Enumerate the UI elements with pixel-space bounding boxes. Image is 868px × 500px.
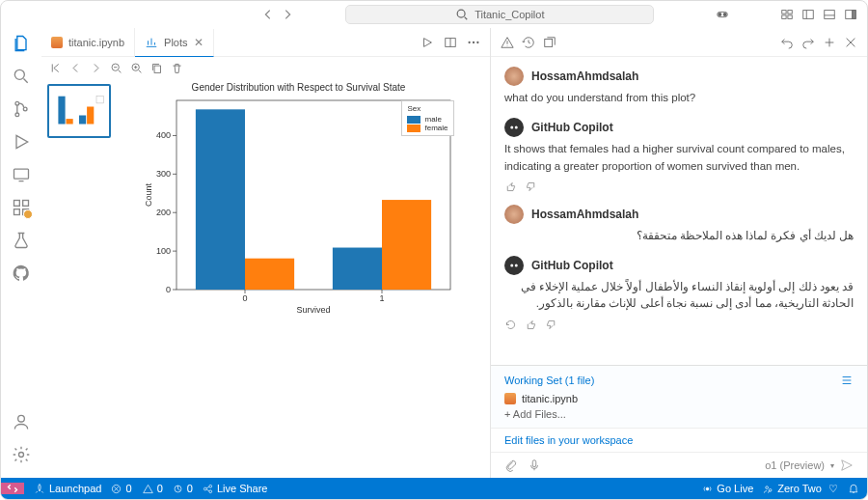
mic-icon[interactable]: [528, 458, 541, 472]
warning-triangle-icon[interactable]: [501, 36, 514, 49]
live-share-button[interactable]: Live Share: [203, 483, 268, 494]
send-icon[interactable]: [840, 458, 854, 472]
layout-customize-icon[interactable]: [780, 8, 794, 21]
tab-close-icon[interactable]: ✕: [194, 36, 203, 49]
next-icon[interactable]: [90, 62, 102, 74]
svg-rect-29: [154, 66, 161, 72]
list-icon[interactable]: [840, 374, 854, 387]
svg-rect-11: [853, 11, 856, 19]
bot-avatar: [504, 256, 524, 275]
delete-icon[interactable]: [171, 62, 183, 74]
panel-right-icon[interactable]: [844, 8, 857, 21]
first-icon[interactable]: [49, 62, 62, 74]
user-name: HossamAhmdsalah: [531, 208, 638, 221]
thumbs-up-icon[interactable]: [525, 319, 537, 331]
svg-text:300: 300: [155, 169, 170, 179]
add-files-button[interactable]: + Add Files...: [504, 408, 854, 420]
svg-rect-46: [195, 109, 244, 290]
history-icon[interactable]: [522, 36, 535, 49]
svg-point-1: [718, 13, 721, 16]
svg-point-14: [15, 113, 19, 117]
tab-plots[interactable]: Plots ✕: [135, 29, 213, 57]
remote-indicator[interactable]: [1, 483, 24, 494]
new-window-icon[interactable]: [543, 36, 556, 49]
zero-two-button[interactable]: Zero Two ♡: [763, 483, 838, 495]
legend-female: female: [424, 124, 448, 132]
nav-back-icon[interactable]: [261, 8, 275, 21]
notifications-icon[interactable]: [848, 483, 859, 494]
working-set-label: Working Set (1 file): [504, 375, 594, 386]
status-bar: Launchpad 0 0 0 Live Share Go Live Zero …: [1, 478, 867, 499]
plot-thumbnail[interactable]: [47, 84, 111, 138]
legend-title: Sex: [407, 104, 448, 113]
svg-text:Count: Count: [144, 183, 153, 208]
svg-rect-30: [58, 97, 65, 125]
svg-point-2: [722, 13, 726, 16]
svg-rect-5: [788, 11, 792, 14]
panel-left-icon[interactable]: [801, 8, 815, 21]
redo-icon[interactable]: [801, 36, 815, 49]
go-live-button[interactable]: Go Live: [702, 483, 753, 494]
launchpad-button[interactable]: Launchpad: [34, 483, 101, 494]
edit-prompt[interactable]: Edit files in your workspace: [491, 428, 867, 452]
thumbs-up-icon[interactable]: [504, 181, 517, 193]
editor-tabs: titanic.ipynb Plots ✕: [41, 28, 490, 57]
plots-toolbar: [41, 57, 490, 78]
svg-rect-56: [545, 39, 553, 46]
zoom-out-icon[interactable]: [110, 62, 122, 74]
account-icon[interactable]: [12, 412, 31, 431]
settings-gear-icon[interactable]: [12, 445, 31, 464]
copilot-panel: HossamAhmdsalah what do you understand f…: [491, 28, 867, 478]
svg-text:Survived: Survived: [296, 305, 330, 315]
command-center[interactable]: Titanic_Copilot: [345, 5, 654, 24]
prev-icon[interactable]: [69, 62, 82, 74]
github-icon[interactable]: [12, 264, 31, 283]
svg-rect-47: [245, 259, 294, 290]
title-bar: Titanic_Copilot: [1, 1, 867, 28]
new-chat-icon[interactable]: [823, 36, 836, 49]
svg-rect-34: [96, 97, 103, 103]
chart-legend: Sex male female: [401, 100, 453, 136]
svg-rect-31: [67, 119, 73, 124]
ports-indicator[interactable]: 0: [173, 483, 193, 494]
attach-icon[interactable]: [504, 458, 518, 472]
svg-point-21: [18, 415, 25, 422]
plot-thumbnails: [41, 78, 117, 478]
svg-point-66: [209, 489, 212, 492]
search-activity-icon[interactable]: [12, 67, 31, 86]
model-selector[interactable]: o1 (Preview) ▾: [765, 458, 854, 472]
thumbs-down-icon[interactable]: [525, 181, 537, 193]
svg-rect-8: [803, 11, 814, 19]
working-file[interactable]: titanic.ipynb: [504, 393, 854, 404]
more-icon[interactable]: [467, 36, 480, 49]
undo-icon[interactable]: [780, 36, 794, 49]
svg-text:0: 0: [242, 293, 247, 303]
errors-indicator[interactable]: 0 0: [111, 483, 162, 494]
source-control-icon[interactable]: [12, 99, 31, 119]
copy-icon[interactable]: [150, 62, 163, 74]
remote-explorer-icon[interactable]: [12, 165, 31, 184]
zoom-in-icon[interactable]: [130, 62, 143, 74]
svg-text:1: 1: [379, 293, 384, 303]
svg-rect-17: [14, 201, 20, 207]
chart-canvas: Gender Distribution with Respect to Surv…: [117, 78, 490, 478]
split-editor-icon[interactable]: [444, 36, 457, 49]
svg-rect-4: [782, 11, 786, 14]
tab-notebook[interactable]: titanic.ipynb: [41, 28, 135, 56]
bot-message: قد يعود ذلك إلى أولوية إنقاذ النساء والأ…: [504, 279, 854, 313]
explorer-icon[interactable]: [12, 34, 31, 53]
thumbs-down-icon[interactable]: [545, 319, 557, 331]
bot-avatar: [504, 118, 524, 137]
svg-point-58: [515, 126, 518, 129]
extensions-icon[interactable]: [12, 198, 31, 217]
working-set: Working Set (1 file) titanic.ipynb + Add…: [491, 365, 867, 428]
panel-bottom-icon[interactable]: [823, 8, 836, 21]
close-panel-icon[interactable]: [844, 36, 857, 49]
testing-icon[interactable]: [12, 231, 31, 250]
retry-icon[interactable]: [504, 319, 517, 331]
copilot-titlebar-icon[interactable]: [716, 8, 729, 21]
svg-point-57: [510, 126, 513, 129]
run-debug-icon[interactable]: [12, 132, 31, 152]
run-icon[interactable]: [420, 36, 434, 49]
nav-forward-icon[interactable]: [281, 8, 294, 21]
